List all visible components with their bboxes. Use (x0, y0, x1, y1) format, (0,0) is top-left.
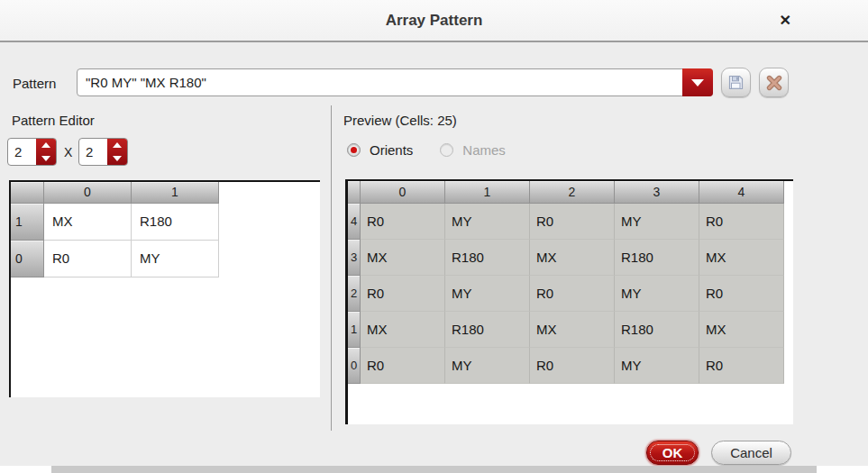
row-header: 0 (348, 348, 361, 384)
delete-pattern-button[interactable] (759, 68, 789, 97)
table-cell: R0 (361, 204, 445, 240)
row-header: 3 (348, 240, 361, 276)
table-header-row: 01 (11, 182, 320, 204)
rows-spinner[interactable]: 2 (78, 138, 128, 166)
table-cell: R0 (361, 348, 445, 384)
table-cell: R180 (445, 240, 530, 276)
table-cell: MX (530, 240, 615, 276)
table-row: 4R0MYR0MYR0 (348, 204, 793, 240)
table-cell: MX (699, 240, 784, 276)
column-header: 1 (132, 182, 219, 204)
spinner-up-icon[interactable] (36, 139, 56, 152)
rows-spinner-buttons (107, 139, 127, 165)
preview-table: 012344R0MYR0MYR03MXR180MXR180MX2R0MYR0MY… (345, 179, 793, 424)
table-cell: MY (445, 348, 530, 384)
table-row: 0R0MYR0MYR0 (348, 348, 793, 384)
radio-disabled-icon (440, 143, 453, 157)
radio-selected-icon (347, 143, 361, 157)
pattern-editor-title: Pattern Editor (12, 113, 95, 128)
row-header: 0 (11, 241, 44, 277)
table-row: 2R0MYR0MYR0 (348, 276, 793, 312)
row-header: 1 (348, 312, 361, 348)
dialog-title: Array Pattern (0, 0, 868, 41)
radio-orients[interactable]: Orients (347, 142, 413, 158)
table-cell: MY (615, 204, 699, 240)
column-header: 3 (615, 181, 699, 204)
table-cell[interactable]: MY (132, 241, 219, 277)
columns-spinner[interactable]: 2 (7, 138, 57, 166)
spinner-up-icon[interactable] (107, 139, 127, 152)
table-cell: R0 (699, 276, 784, 312)
column-header: 2 (530, 181, 615, 204)
chevron-down-icon (691, 79, 704, 86)
table-cell: MY (615, 276, 699, 312)
radio-orients-label: Orients (370, 142, 413, 158)
table-cell: R0 (699, 204, 784, 240)
spinner-down-icon[interactable] (107, 152, 127, 166)
table-cell: MY (445, 204, 530, 240)
column-header: 0 (44, 182, 132, 204)
table-cell: MX (530, 312, 615, 348)
table-cell: R0 (530, 204, 615, 240)
table-row: 1MXR180 (11, 204, 320, 241)
pattern-value-input[interactable]: "R0 MY" "MX R180" (78, 69, 681, 96)
table-cell[interactable]: R0 (44, 241, 132, 277)
table-cell: MY (445, 276, 530, 312)
spinner-down-icon[interactable] (36, 152, 56, 166)
column-header: 0 (361, 181, 445, 204)
table-cell[interactable]: MX (44, 204, 132, 241)
dialog-bottom-shadow (51, 466, 817, 473)
preview-mode-radios: Orients Names (347, 142, 506, 158)
close-icon[interactable]: ✕ (780, 0, 791, 41)
radio-names-label: Names (462, 142, 506, 158)
save-pattern-button[interactable] (721, 68, 751, 97)
preview-title: Preview (Cells: 25) (343, 113, 457, 128)
table-cell[interactable]: R180 (132, 204, 219, 241)
page: Array Pattern ✕ Pattern "R0 MY" "MX R180… (0, 0, 868, 473)
table-cell: R0 (530, 276, 615, 312)
table-row: 0R0MY (11, 241, 320, 277)
pattern-editor-table: 011MXR1800R0MY (9, 180, 320, 397)
table-cell: R180 (445, 312, 530, 348)
save-icon (727, 74, 745, 91)
pattern-dropdown-button[interactable] (682, 68, 713, 96)
table-cell: MX (361, 312, 445, 348)
table-row: 3MXR180MXR180MX (348, 240, 793, 276)
dimension-separator-label: X (64, 145, 72, 159)
panel-divider (331, 105, 332, 431)
columns-spinner-value[interactable]: 2 (8, 139, 36, 165)
table-cell: R180 (615, 312, 699, 348)
corner-cell (348, 181, 361, 204)
column-header: 1 (445, 181, 530, 204)
table-row: 1MXR180MXR180MX (348, 312, 793, 348)
columns-spinner-buttons (36, 139, 56, 165)
row-header: 1 (11, 204, 44, 241)
radio-names: Names (440, 142, 506, 158)
column-header: 4 (699, 181, 784, 204)
table-cell: R0 (361, 276, 445, 312)
table-cell: MY (615, 348, 699, 384)
array-pattern-dialog: Array Pattern ✕ Pattern "R0 MY" "MX R180… (0, 0, 868, 466)
delete-x-icon (765, 74, 783, 92)
row-header: 4 (348, 204, 361, 240)
table-cell: MX (361, 240, 445, 276)
row-header: 2 (348, 276, 361, 312)
rows-spinner-value[interactable]: 2 (79, 139, 107, 165)
cancel-button[interactable]: Cancel (711, 441, 791, 465)
corner-cell (11, 182, 44, 204)
pattern-label: Pattern (13, 76, 56, 91)
table-cell: R180 (615, 240, 699, 276)
dialog-titlebar: Array Pattern ✕ (0, 0, 868, 42)
table-cell: R0 (699, 348, 784, 384)
table-header-row: 01234 (348, 181, 793, 204)
pattern-combobox[interactable]: "R0 MY" "MX R180" (77, 68, 713, 96)
table-cell: MX (699, 312, 784, 348)
ok-button[interactable]: OK (646, 441, 699, 465)
table-cell: R0 (530, 348, 615, 384)
